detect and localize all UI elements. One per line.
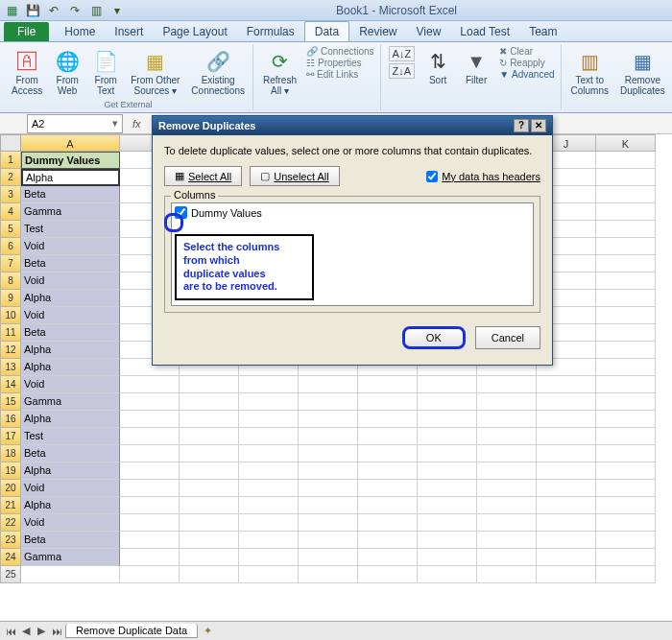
row-header[interactable]: 4	[0, 203, 21, 221]
cell-empty[interactable]	[358, 376, 418, 393]
cell-empty[interactable]	[120, 514, 180, 532]
headers-checkbox[interactable]: My data has headers	[426, 171, 540, 182]
sort-desc-button[interactable]: Z↓A	[389, 63, 416, 79]
qat-dropdown-icon[interactable]: ▾	[109, 3, 125, 18]
cell-empty[interactable]	[596, 255, 656, 273]
cell-A3[interactable]: Beta	[21, 186, 120, 203]
cell-empty[interactable]	[596, 411, 656, 428]
cell-empty[interactable]	[596, 273, 656, 290]
text-to-columns-button[interactable]: ▥Text to Columns	[569, 46, 611, 98]
cell-A21[interactable]: Alpha	[21, 497, 120, 514]
cell-empty[interactable]	[239, 428, 299, 445]
name-box[interactable]: A2 ▾	[27, 114, 123, 133]
cell-empty[interactable]	[180, 497, 239, 514]
cell-empty[interactable]	[477, 532, 537, 549]
row-header[interactable]: 24	[0, 549, 21, 566]
cell-A4[interactable]: Gamma	[21, 203, 120, 221]
cell-empty[interactable]	[120, 462, 180, 480]
cell-empty[interactable]	[180, 514, 239, 532]
cell-A8[interactable]: Void	[21, 273, 120, 290]
cell-empty[interactable]	[180, 480, 239, 497]
cell-empty[interactable]	[120, 393, 180, 411]
cell-empty[interactable]	[299, 480, 358, 497]
sort-button[interactable]: ⇅Sort	[422, 46, 453, 88]
sheet-tab-active[interactable]: Remove Duplicate Data	[65, 624, 198, 638]
cell-empty[interactable]	[537, 566, 596, 583]
cancel-button[interactable]: Cancel	[475, 326, 540, 349]
cell-empty[interactable]	[239, 480, 299, 497]
cell-empty[interactable]	[180, 411, 239, 428]
tab-team[interactable]: Team	[519, 22, 566, 41]
cell-empty[interactable]	[596, 238, 656, 255]
row-header[interactable]: 9	[0, 290, 21, 307]
row-header[interactable]: 18	[0, 445, 21, 462]
cell-empty[interactable]	[358, 497, 418, 514]
cell-empty[interactable]	[299, 445, 358, 462]
row-header[interactable]: 11	[0, 324, 21, 342]
cell-A18[interactable]: Beta	[21, 445, 120, 462]
cell-empty[interactable]	[596, 393, 656, 411]
refresh-all-button[interactable]: ⟳Refresh All ▾	[261, 46, 299, 98]
cell-A17[interactable]: Test	[21, 428, 120, 445]
cell-empty[interactable]	[418, 411, 477, 428]
cell-A10[interactable]: Void	[21, 307, 120, 324]
cell-empty[interactable]	[477, 480, 537, 497]
cell-empty[interactable]	[239, 393, 299, 411]
cell-A7[interactable]: Beta	[21, 255, 120, 273]
row-header[interactable]: 15	[0, 393, 21, 411]
cell-empty[interactable]	[358, 462, 418, 480]
cell-empty[interactable]	[596, 203, 656, 221]
cell-empty[interactable]	[418, 428, 477, 445]
cell-empty[interactable]	[596, 186, 656, 203]
cell-empty[interactable]	[358, 393, 418, 411]
cell-empty[interactable]	[358, 428, 418, 445]
cell-A11[interactable]: Beta	[21, 324, 120, 342]
cell-empty[interactable]	[358, 445, 418, 462]
cell-empty[interactable]	[537, 532, 596, 549]
cell-empty[interactable]	[418, 462, 477, 480]
cell-A5[interactable]: Test	[21, 221, 120, 238]
cell-empty[interactable]	[239, 411, 299, 428]
cell-A24[interactable]: Gamma	[21, 549, 120, 566]
cell-empty[interactable]	[418, 480, 477, 497]
row-header[interactable]: 5	[0, 221, 21, 238]
cell-empty[interactable]	[120, 411, 180, 428]
row-header[interactable]: 16	[0, 411, 21, 428]
cell-empty[interactable]	[596, 152, 656, 169]
cell-empty[interactable]	[120, 376, 180, 393]
row-header[interactable]: 22	[0, 514, 21, 532]
row-header[interactable]: 7	[0, 255, 21, 273]
cell-A19[interactable]: Alpha	[21, 462, 120, 480]
cell-empty[interactable]	[120, 497, 180, 514]
cell-empty[interactable]	[477, 445, 537, 462]
cell-empty[interactable]	[596, 428, 656, 445]
cell-empty[interactable]	[537, 393, 596, 411]
cell-empty[interactable]	[596, 497, 656, 514]
sheet-nav-last-icon[interactable]: ⏭	[50, 626, 63, 637]
tab-review[interactable]: Review	[349, 22, 406, 41]
cell-empty[interactable]	[358, 566, 418, 583]
cell-empty[interactable]	[477, 393, 537, 411]
cell-empty[interactable]	[180, 566, 239, 583]
cell-empty[interactable]	[180, 532, 239, 549]
cell-empty[interactable]	[299, 428, 358, 445]
cell-empty[interactable]	[239, 514, 299, 532]
cell-empty[interactable]	[537, 445, 596, 462]
tab-page-layout[interactable]: Page Layout	[153, 22, 236, 41]
cell-A20[interactable]: Void	[21, 480, 120, 497]
cell-A1[interactable]: Dummy Values	[21, 152, 120, 169]
col-header-A[interactable]: A	[21, 134, 120, 152]
existing-connections-button[interactable]: 🔗Existing Connections	[189, 46, 247, 98]
row-header[interactable]: 12	[0, 342, 21, 359]
cell-empty[interactable]	[537, 462, 596, 480]
properties-link[interactable]: ☷Properties	[306, 58, 374, 68]
cell-empty[interactable]	[299, 514, 358, 532]
dialog-close-button[interactable]: ✕	[531, 119, 546, 132]
undo-icon[interactable]: ↶	[46, 3, 61, 18]
sort-asc-button[interactable]: A↓Z	[389, 46, 416, 61]
cell-empty[interactable]	[180, 393, 239, 411]
tab-data[interactable]: Data	[304, 21, 349, 41]
cell-empty[interactable]	[596, 376, 656, 393]
tab-load-test[interactable]: Load Test	[450, 22, 519, 41]
cell-empty[interactable]	[418, 514, 477, 532]
